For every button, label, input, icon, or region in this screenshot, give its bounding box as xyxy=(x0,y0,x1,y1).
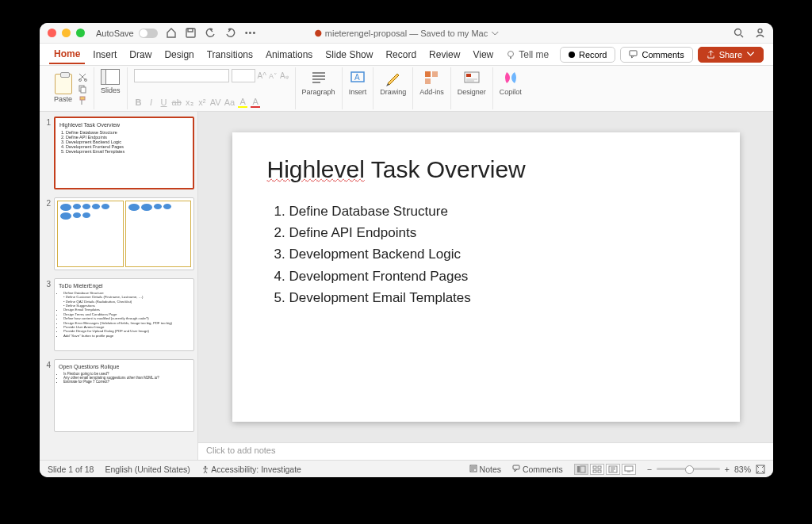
underline-button[interactable]: U xyxy=(159,98,169,107)
copilot-button[interactable]: Copilot xyxy=(500,69,522,96)
increase-font-icon[interactable]: A^ xyxy=(258,71,266,80)
paragraph-button[interactable]: Paragraph xyxy=(302,69,335,96)
new-slide-button[interactable]: Slides xyxy=(101,69,121,94)
tab-animations[interactable]: Animations xyxy=(261,46,317,63)
highlight-color-button[interactable]: A xyxy=(238,97,247,108)
list-item[interactable]: Define API Endpoints xyxy=(289,222,705,243)
svg-rect-14 xyxy=(425,71,431,77)
thumb-slide[interactable]: Highlevel Task Overview Define Database … xyxy=(54,117,194,189)
zoom-slider[interactable] xyxy=(657,468,720,470)
tab-record[interactable]: Record xyxy=(381,46,421,63)
slide-canvas[interactable]: Highlevel Task Overview Define Database … xyxy=(232,132,740,422)
superscript-button[interactable]: x² xyxy=(197,98,207,107)
status-comments-button[interactable]: Comments xyxy=(512,465,563,474)
tab-transitions[interactable]: Transitions xyxy=(202,46,258,63)
thumb-title: ToDo MieterEngel xyxy=(59,283,190,289)
list-item[interactable]: Development Backend Logic xyxy=(289,243,705,265)
decrease-font-icon[interactable]: A˅ xyxy=(269,72,278,80)
bold-button[interactable]: B xyxy=(134,98,144,107)
addins-button[interactable]: Add-ins xyxy=(419,69,444,96)
slide-title[interactable]: Highlevel Task Overview xyxy=(267,156,705,183)
slide-title-rest: Task Overview xyxy=(365,156,526,182)
comments-label: Comments xyxy=(642,50,684,59)
close-window-button[interactable] xyxy=(48,29,56,37)
zoom-in-button[interactable]: + xyxy=(725,465,730,474)
more-icon[interactable]: ••• xyxy=(245,28,257,38)
tell-me[interactable]: Tell me xyxy=(506,49,549,60)
account-icon[interactable] xyxy=(755,28,765,38)
thumb-item: Estimate for Page 7 Correct? xyxy=(63,380,190,384)
slide-body-list[interactable]: Define Database Structure Define API End… xyxy=(289,201,705,308)
svg-rect-10 xyxy=(81,87,86,93)
svg-point-5 xyxy=(508,51,514,56)
undo-icon[interactable] xyxy=(205,28,216,38)
redo-icon[interactable] xyxy=(225,28,236,38)
slideshow-view-button[interactable] xyxy=(622,464,636,475)
notes-pane[interactable]: Click to add notes xyxy=(198,442,773,460)
sorter-view-button[interactable] xyxy=(590,464,604,475)
clear-format-icon[interactable]: Aᵩ xyxy=(280,71,289,80)
document-title[interactable]: mieterengel-proposal — Saved to my Mac xyxy=(314,29,499,38)
tab-design[interactable]: Design xyxy=(159,46,198,63)
thumb-slide[interactable] xyxy=(54,197,194,270)
autosave-toggle[interactable]: AutoSave xyxy=(96,29,158,38)
font-family-select[interactable] xyxy=(134,69,229,82)
slides-label: Slides xyxy=(101,86,121,94)
record-button[interactable]: Record xyxy=(560,47,615,63)
font-color-button[interactable]: A xyxy=(251,97,260,108)
slide-panel[interactable]: 1 Highlevel Task Overview Define Databas… xyxy=(40,112,198,460)
group-clipboard: Paste xyxy=(48,67,94,109)
drawing-button[interactable]: Drawing xyxy=(380,69,406,96)
tab-view[interactable]: View xyxy=(468,46,498,63)
font-size-select[interactable] xyxy=(232,69,255,82)
comments-button[interactable]: Comments xyxy=(620,47,692,63)
thumb-item: Development Email Templates xyxy=(66,149,189,154)
normal-view-button[interactable] xyxy=(574,464,588,475)
status-accessibility[interactable]: Accessibility: Investigate xyxy=(201,465,301,474)
list-item[interactable]: Development Frontend Pages xyxy=(289,266,705,287)
slide-canvas-wrap[interactable]: Highlevel Task Overview Define Database … xyxy=(198,112,773,442)
strike-button[interactable]: ab xyxy=(172,98,182,107)
share-button[interactable]: Share xyxy=(698,47,764,63)
change-case-button[interactable]: Aa xyxy=(224,98,235,107)
status-notes-button[interactable]: Notes xyxy=(469,465,501,474)
thumb-slide[interactable]: Open Questions Rolique Is Flexbox going … xyxy=(54,359,194,432)
tab-home[interactable]: Home xyxy=(49,45,85,64)
svg-rect-29 xyxy=(625,466,633,471)
list-item[interactable]: Development Email Templates xyxy=(289,287,705,308)
view-switcher xyxy=(574,464,636,475)
subscript-button[interactable]: x₂ xyxy=(185,98,194,108)
save-icon[interactable] xyxy=(186,28,196,38)
thumb-2[interactable]: 2 xyxy=(43,197,194,270)
insert-shapes-button[interactable]: A Insert xyxy=(349,69,367,96)
status-language[interactable]: English (United States) xyxy=(105,465,190,474)
fullscreen-window-button[interactable] xyxy=(76,29,85,37)
thumb-slide[interactable]: ToDo MieterEngel Define Database Structu… xyxy=(54,278,194,351)
thumb-list: Define Database Structure • Define Custo… xyxy=(63,291,190,338)
status-slide-number[interactable]: Slide 1 of 18 xyxy=(48,465,94,474)
italic-button[interactable]: I xyxy=(147,98,156,107)
fit-window-icon[interactable] xyxy=(756,465,765,474)
thumb-1[interactable]: 1 Highlevel Task Overview Define Databas… xyxy=(43,117,194,189)
tab-slideshow[interactable]: Slide Show xyxy=(320,46,377,63)
tab-draw[interactable]: Draw xyxy=(124,46,156,63)
tab-review[interactable]: Review xyxy=(424,46,465,63)
char-spacing-button[interactable]: AV xyxy=(210,98,221,107)
paste-button[interactable]: Paste xyxy=(54,74,72,103)
home-icon[interactable] xyxy=(166,28,176,38)
search-icon[interactable] xyxy=(733,28,744,38)
list-item[interactable]: Define Database Structure xyxy=(289,201,705,222)
designer-button[interactable]: Designer xyxy=(458,69,486,96)
thumb-4[interactable]: 4 Open Questions Rolique Is Flexbox goin… xyxy=(43,359,194,432)
workspace: 1 Highlevel Task Overview Define Databas… xyxy=(40,112,773,460)
thumb-3[interactable]: 3 ToDo MieterEngel Define Database Struc… xyxy=(43,278,194,351)
zoom-out-button[interactable]: − xyxy=(647,465,652,474)
copy-icon[interactable] xyxy=(78,84,87,94)
zoom-percent[interactable]: 83% xyxy=(734,465,751,474)
cut-icon[interactable] xyxy=(78,72,87,82)
reading-view-button[interactable] xyxy=(606,464,620,475)
format-painter-icon[interactable] xyxy=(78,96,87,105)
minimize-window-button[interactable] xyxy=(62,29,71,37)
tab-insert[interactable]: Insert xyxy=(88,46,121,63)
autosave-switch[interactable] xyxy=(139,29,158,38)
